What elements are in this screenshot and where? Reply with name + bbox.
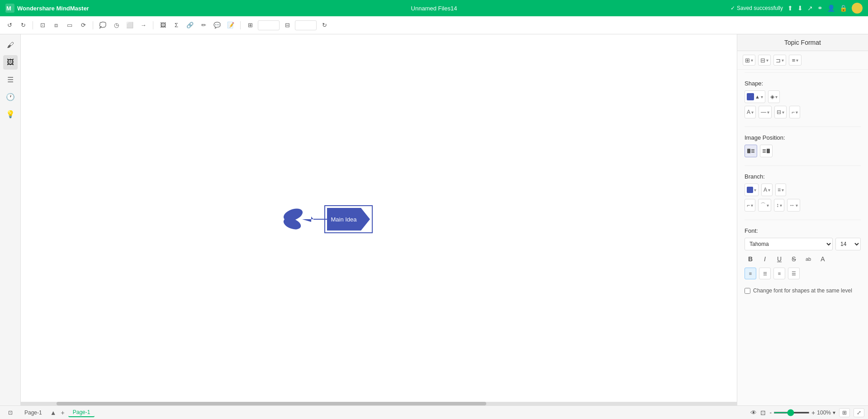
underline-button[interactable]: U — [773, 253, 785, 265]
line-button[interactable]: ⊟ — [281, 19, 293, 31]
canvas-scrollbar[interactable] — [21, 402, 737, 405]
page-up-btn[interactable]: ▲ — [49, 408, 57, 417]
lock-icon[interactable]: 🔒 — [840, 5, 847, 12]
zoom-input[interactable] — [258, 20, 280, 30]
expand-btn[interactable]: ⤢ — [854, 408, 864, 417]
zoom-out-btn[interactable]: - — [769, 409, 772, 416]
align-right-button[interactable]: ≡ — [773, 268, 785, 279]
sidebar-icon-image[interactable]: 🖼 — [3, 55, 18, 70]
thought-button[interactable]: 💭 — [97, 19, 109, 31]
export-icon[interactable]: ⬇ — [797, 5, 803, 12]
share-icon[interactable]: ↗ — [807, 5, 813, 12]
panel-list-btn[interactable]: ≡ ▾ — [789, 55, 802, 66]
size-input[interactable] — [295, 20, 317, 30]
branch-text-dropdown[interactable]: A ▾ — [761, 184, 773, 196]
text-button[interactable]: ⬜ — [124, 19, 136, 31]
branch-indent-dropdown[interactable]: ↔ ▾ — [787, 199, 800, 212]
group-button[interactable]: ⧈ — [50, 19, 62, 31]
page-tab-2[interactable]: Page-1 — [68, 408, 95, 417]
panel-layout-btn[interactable]: ⊞ ▾ — [743, 55, 755, 66]
image-position-row — [745, 145, 861, 157]
sidebar-icon-clock[interactable]: 🕐 — [3, 89, 18, 104]
page-tab-fit[interactable]: ⊡ — [4, 409, 17, 417]
mindmap-svg: Main Idea — [275, 192, 411, 246]
fit-page-button[interactable]: ⊡ — [37, 19, 48, 31]
font-family-row: Tahoma Arial Helvetica Times New Roman 1… — [745, 238, 861, 250]
image-button[interactable]: 🖼 — [157, 19, 169, 31]
rect-button[interactable]: ▭ — [64, 19, 76, 31]
callout-button[interactable]: ◷ — [110, 19, 122, 31]
zoom-in-btn[interactable]: + — [811, 409, 815, 416]
link-button[interactable]: 🔗 — [184, 19, 196, 31]
import-icon[interactable]: ⬆ — [787, 5, 793, 12]
image-left-btn[interactable] — [745, 145, 757, 157]
branch-corner-dropdown[interactable]: ⌐ ▾ — [745, 199, 755, 212]
border-color-dropdown[interactable]: ◈ ▾ — [768, 90, 780, 103]
collab-icon[interactable]: ⚭ — [817, 5, 823, 12]
strikethrough-button[interactable]: S — [788, 253, 800, 265]
fullscreen-btn[interactable]: ⊡ — [760, 409, 766, 416]
branch-indent-icon: ↔ — [789, 202, 795, 208]
chevron-down-icon-zoom[interactable]: ▾ — [833, 410, 835, 416]
comment-button[interactable]: 💬 — [211, 19, 223, 31]
align-icon: ⊟ — [760, 57, 765, 64]
lowercase-button[interactable]: ab — [802, 253, 814, 265]
branch-curve-icon: ⌒ — [760, 202, 766, 209]
undo-button[interactable]: ↺ — [4, 19, 15, 31]
page-tab-1[interactable]: Page-1 — [20, 409, 47, 417]
chevron-down-icon-2: ▾ — [766, 58, 768, 63]
align-justify-button[interactable]: ☰ — [788, 268, 800, 279]
panel-connect-btn[interactable]: ⊐ ▾ — [773, 55, 786, 66]
note-button[interactable]: 📝 — [225, 19, 237, 31]
branch-curve-dropdown[interactable]: ⌒ ▾ — [758, 199, 771, 212]
corner-dropdown[interactable]: ⌐ ▾ — [789, 106, 800, 118]
chevron-down-icon-8: ▾ — [767, 110, 769, 115]
redo-button[interactable]: ↻ — [17, 19, 29, 31]
line-style-dropdown[interactable]: — ▾ — [759, 106, 772, 118]
formula-button[interactable]: Σ — [171, 19, 182, 31]
fit-window-btn[interactable]: ⊞ — [839, 408, 850, 417]
main-node[interactable]: Main Idea — [325, 206, 372, 233]
branch-fill-dropdown[interactable]: ▾ — [745, 184, 759, 196]
fill-color-dropdown[interactable]: ▲ ▾ — [745, 90, 765, 103]
refresh-button[interactable]: ⟳ — [77, 19, 89, 31]
sidebar-icon-brush[interactable]: 🖌 — [3, 38, 18, 52]
select-button[interactable]: ⊞ — [244, 19, 256, 31]
canvas-area[interactable]: Main Idea — [21, 34, 737, 405]
left-sidebar: 🖌 🖼 ☰ 🕐 💡 — [0, 34, 21, 405]
sidebar-icon-bulb[interactable]: 💡 — [3, 107, 18, 121]
image-position-title: Image Position: — [745, 134, 861, 141]
change-font-checkbox[interactable] — [745, 288, 750, 294]
text-style-dropdown[interactable]: A ▾ — [745, 106, 756, 118]
arrow-button[interactable]: → — [138, 19, 149, 31]
avatar[interactable] — [852, 3, 863, 14]
font-family-select[interactable]: Tahoma Arial Helvetica Times New Roman — [745, 238, 833, 250]
annotate-button[interactable]: ✏ — [198, 19, 209, 31]
font-size-select[interactable]: 14 10 12 16 18 24 — [835, 238, 861, 250]
bold-button[interactable]: B — [745, 253, 756, 265]
branch-line-dropdown[interactable]: ≡ ▾ — [775, 184, 786, 196]
preview-btn[interactable]: 👁 — [750, 409, 757, 416]
toolbar-sep-4 — [240, 21, 241, 29]
uppercase-button[interactable]: A — [817, 253, 829, 265]
add-page-btn[interactable]: + — [60, 408, 66, 417]
list-icon: ≡ — [792, 57, 796, 64]
shape-row-1: ▲ ▾ ◈ ▾ — [745, 90, 861, 103]
zoom-slider[interactable] — [773, 412, 810, 414]
rotate-reset-button[interactable]: ↻ — [318, 19, 330, 31]
user-icon[interactable]: 👤 — [827, 5, 835, 12]
fill-color-swatch — [747, 93, 754, 100]
align-left-button[interactable]: ≡ — [745, 268, 756, 279]
chevron-down-icon-4: ▾ — [796, 58, 798, 63]
italic-button[interactable]: I — [759, 253, 771, 265]
branch-spacing-dropdown[interactable]: ↕ ▾ — [774, 199, 784, 212]
branch-fill-swatch — [747, 187, 753, 193]
border-style-dropdown[interactable]: ⊟ ▾ — [774, 106, 787, 118]
panel-collapse-toggle[interactable]: ◀ — [737, 34, 737, 41]
align-center-button[interactable]: ☰ — [759, 268, 771, 279]
branch-text-icon: A — [764, 187, 767, 193]
scroll-thumb[interactable] — [57, 402, 486, 405]
sidebar-icon-list[interactable]: ☰ — [3, 72, 18, 87]
panel-align-btn[interactable]: ⊟ ▾ — [758, 55, 771, 66]
image-right-btn[interactable] — [760, 145, 773, 157]
